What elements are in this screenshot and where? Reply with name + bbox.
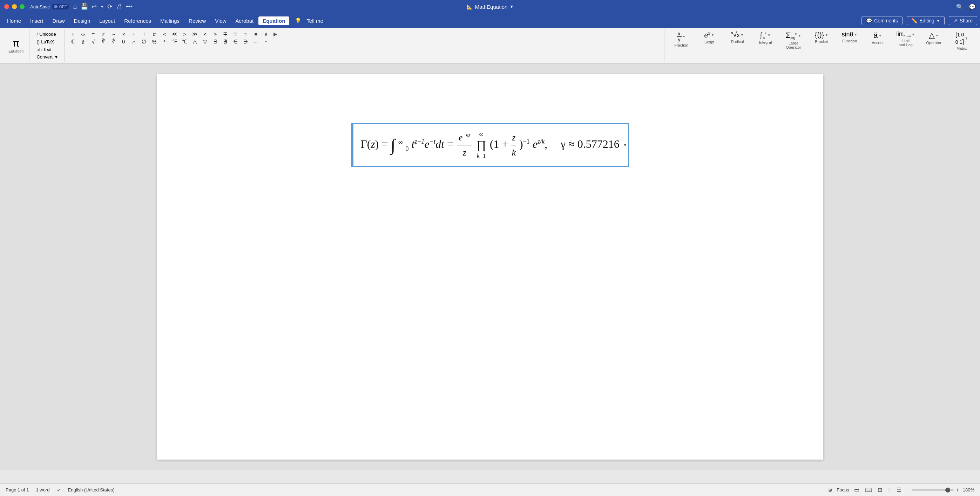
menu-equation[interactable]: Equation — [258, 16, 289, 25]
chat-icon[interactable]: 💬 — [969, 3, 976, 10]
accent-button[interactable]: ä ▼ Accent — [864, 29, 892, 46]
equation-scroll-button[interactable]: ▼ — [623, 143, 627, 147]
sym-leq[interactable]: ≤ — [200, 30, 210, 38]
undo-icon[interactable]: ↩ — [92, 3, 97, 11]
equation-box[interactable]: Γ(z) = ∫ ∞ 0 tz−1e−tdt = e−γz z — [351, 123, 629, 167]
zoom-plus-button[interactable]: + — [956, 487, 959, 493]
pi-icon: π — [13, 38, 19, 49]
bracket-button[interactable]: {()} ▼ Bracket — [808, 29, 835, 45]
minimize-button[interactable] — [12, 4, 17, 9]
web-view-icon[interactable]: ⊞ — [877, 486, 883, 494]
sym-elem[interactable]: ∈ — [231, 38, 240, 46]
sym-infinity[interactable]: ∞ — [78, 30, 88, 38]
sym-approx[interactable]: ≈ — [241, 30, 251, 38]
sym-gt[interactable]: > — [180, 30, 190, 38]
sym-plusminus[interactable]: ± — [68, 30, 78, 38]
sym-triangle-down[interactable]: ▽ — [200, 38, 210, 46]
close-button[interactable] — [4, 4, 9, 9]
latex-button[interactable]: {} LaTeX — [34, 38, 58, 45]
sym-alpha[interactable]: α — [150, 30, 159, 38]
autosave-toggle[interactable]: OFF — [52, 4, 69, 10]
limit-log-button[interactable]: limn→∞ ▼ Limitand Log — [892, 29, 920, 48]
proofread-icon[interactable]: ✓ — [57, 487, 61, 493]
sym-intersect[interactable]: ∩ — [129, 38, 139, 46]
script-button[interactable]: ex ▼ Script — [695, 29, 723, 46]
sym-sqrt[interactable]: √ — [88, 38, 98, 46]
outline-view-icon[interactable]: ≡ — [887, 486, 892, 494]
menu-home[interactable]: Home — [3, 16, 25, 25]
sym-exclaim[interactable]: ! — [139, 30, 149, 38]
save-icon[interactable]: 💾 — [80, 3, 88, 11]
more-icon[interactable]: ••• — [126, 3, 132, 11]
sym-exists[interactable]: ∃ — [210, 38, 220, 46]
menu-design[interactable]: Design — [70, 16, 95, 25]
focus-icon[interactable]: ⊕ — [828, 487, 832, 493]
sym-equiv[interactable]: ≡ — [251, 30, 261, 38]
sym-left-arrow[interactable]: ← — [251, 38, 261, 46]
page-view-icon[interactable]: ▭ — [853, 486, 860, 494]
menu-acrobat[interactable]: Acrobat — [231, 16, 258, 25]
sym-times[interactable]: × — [119, 30, 129, 38]
sym-celsius[interactable]: ℃ — [180, 38, 190, 46]
sym-geq[interactable]: ≥ — [210, 30, 220, 38]
sym-notequals[interactable]: ≠ — [99, 30, 108, 38]
integral-button[interactable]: ∫-xx ▼ Integral — [751, 29, 780, 46]
sym-much-lt[interactable]: ≪ — [170, 30, 180, 38]
editing-button[interactable]: ✏️ Editing ▼ — [907, 16, 945, 25]
sym-much-gt[interactable]: ≫ — [190, 30, 200, 38]
menu-references[interactable]: References — [120, 16, 155, 25]
sym-lt[interactable]: < — [159, 30, 169, 38]
comments-button[interactable]: 💬 Comments — [861, 16, 902, 25]
sym-mplusminus[interactable]: ∓ — [221, 30, 231, 38]
sym-not-exists[interactable]: ∄ — [221, 38, 231, 46]
unicode-button[interactable]: / Unicode — [34, 31, 58, 38]
zoom-slider[interactable] — [912, 489, 954, 491]
operator-button[interactable]: △ ▼ Operator — [920, 29, 948, 46]
text-button[interactable]: ab Text — [34, 46, 58, 53]
sym-equals[interactable]: = — [88, 30, 98, 38]
convert-button[interactable]: Convert ▼ — [34, 54, 60, 60]
sym-triangle-up[interactable]: △ — [190, 38, 200, 46]
print-icon[interactable]: 🖨 — [116, 3, 123, 11]
menu-review[interactable]: Review — [185, 16, 210, 25]
matrix-button[interactable]: [1 00 1] ▼ Matrix — [948, 29, 976, 52]
menu-draw[interactable]: Draw — [48, 16, 69, 25]
menu-tell-me[interactable]: Tell me — [302, 16, 328, 25]
symbols-scroll-button[interactable]: ▶ — [272, 30, 279, 38]
function-button[interactable]: sinθ ▼ Function — [835, 29, 864, 44]
sym-degree[interactable]: ° — [159, 38, 169, 46]
sym-partial[interactable]: ∂ — [78, 38, 88, 46]
sym-fahrenheit[interactable]: ℉ — [170, 38, 180, 46]
fraction-button[interactable]: x y ▼ Fraction — [667, 29, 695, 49]
sym-tilde[interactable]: ~ — [109, 30, 119, 38]
title-dropdown-icon[interactable]: ▼ — [509, 4, 514, 9]
home-icon[interactable]: ⌂ — [73, 3, 77, 11]
sym-cbrt[interactable]: ∛ — [99, 38, 108, 46]
read-view-icon[interactable]: 📖 — [864, 486, 873, 494]
menu-insert[interactable]: Insert — [26, 16, 48, 25]
menu-mailings[interactable]: Mailings — [156, 16, 184, 25]
sym-fourthrt[interactable]: ∜ — [109, 38, 119, 46]
zoom-minus-button[interactable]: − — [906, 487, 910, 493]
draft-view-icon[interactable]: ☰ — [896, 486, 902, 494]
share-button[interactable]: ↗ Share — [949, 16, 977, 25]
sym-vee[interactable]: ∨ — [261, 30, 271, 38]
sym-div[interactable]: ÷ — [129, 30, 139, 38]
undo-dropdown-icon[interactable]: ▼ — [100, 5, 104, 9]
menu-view[interactable]: View — [211, 16, 231, 25]
sym-empty[interactable]: ∅ — [139, 38, 149, 46]
sym-up-arrow[interactable]: ↑ — [261, 38, 271, 46]
equation-button[interactable]: π Equation — [6, 36, 26, 55]
redo-icon[interactable]: ⟳ — [107, 3, 113, 11]
menubar-right: 💬 Comments ✏️ Editing ▼ ↗ Share — [861, 16, 977, 25]
sym-cong[interactable]: ≅ — [231, 30, 240, 38]
sym-complex[interactable]: ℂ — [68, 38, 78, 46]
large-operator-button[interactable]: Σi=0n ▼ LargeOperator — [780, 29, 808, 51]
maximize-button[interactable] — [20, 4, 25, 9]
sym-contains[interactable]: ∋ — [241, 38, 251, 46]
radical-button[interactable]: n√x ▼ Radical — [723, 29, 751, 45]
sym-union[interactable]: ∪ — [119, 38, 129, 46]
sym-percent[interactable]: % — [150, 38, 159, 46]
search-icon[interactable]: 🔍 — [956, 3, 963, 10]
menu-layout[interactable]: Layout — [95, 16, 119, 25]
